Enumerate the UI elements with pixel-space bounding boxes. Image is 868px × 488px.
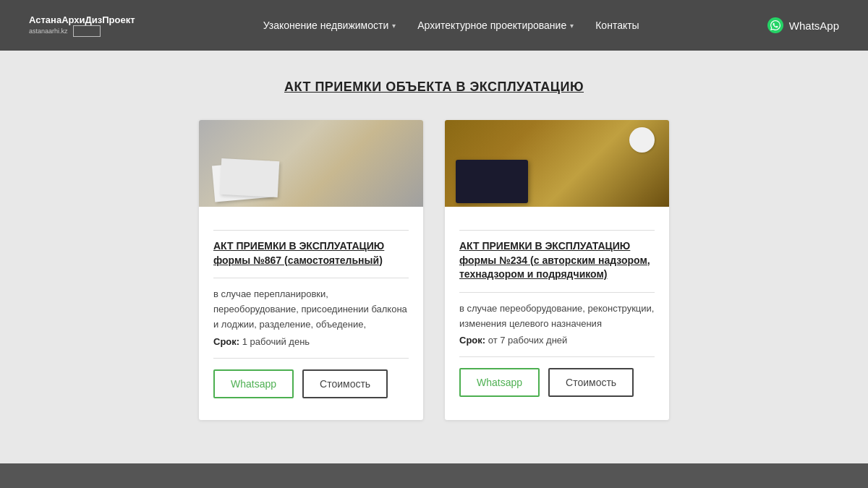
- card-divider-mid-2: [459, 292, 655, 293]
- card-actions-2: Whatsapp Стоимость: [445, 368, 669, 397]
- logo-frame-icon: [73, 25, 101, 37]
- chevron-down-icon: ▾: [570, 22, 574, 30]
- chevron-down-icon: ▾: [392, 22, 396, 30]
- cards-container: АКТ ПРИЕМКИ В ЭКСПЛУАТАЦИЮ формы №867 (с…: [43, 120, 825, 420]
- main-nav: Узаконение недвижимости ▾ Архитектурное …: [263, 20, 639, 31]
- card2-cost-button[interactable]: Стоимость: [548, 368, 634, 397]
- header: АстанаАрхиДизПроект astanaarhi.kz Узакон…: [0, 0, 868, 51]
- card-actions-1: Whatsapp Стоимость: [199, 369, 423, 398]
- card-divider-bottom-2: [459, 356, 655, 357]
- deadline-value-2: от 7 рабочих дней: [488, 335, 568, 346]
- logo[interactable]: АстанаАрхиДизПроект astanaarhi.kz: [29, 14, 135, 37]
- logo-text: АстанаАрхиДизПроект: [29, 14, 135, 25]
- whatsapp-icon: [767, 17, 783, 33]
- card-title-2[interactable]: АКТ ПРИЕМКИ В ЭКСПЛУАТАЦИЮ формы №234 (с…: [459, 239, 655, 282]
- card-body-2: АКТ ПРИЕМКИ В ЭКСПЛУАТАЦИЮ формы №234 (с…: [445, 207, 669, 357]
- deadline-value-1: 1 рабочий день: [242, 336, 310, 347]
- card1-whatsapp-button[interactable]: Whatsapp: [213, 369, 294, 398]
- nav-label-contacts: Контакты: [595, 20, 639, 31]
- card-description-1: в случае перепланировки, переоборудовани…: [213, 287, 409, 332]
- card-divider-top-2: [459, 230, 655, 231]
- card-867: АКТ ПРИЕМКИ В ЭКСПЛУАТАЦИЮ формы №867 (с…: [199, 120, 423, 420]
- card-image-1: [199, 120, 423, 207]
- card-deadline-2: Срок: от 7 рабочих дней: [459, 335, 655, 346]
- logo-sub: astanaarhi.kz: [29, 27, 68, 35]
- main-content: АКТ ПРИЕМКИ ОБЪЕКТА В ЭКСПЛУАТАЦИЮ АКТ П…: [0, 51, 868, 463]
- footer: написать в Whatsapp +7(700)6079922: [0, 463, 868, 488]
- nav-item-architecture[interactable]: Архитектурное проектирование ▾: [417, 20, 574, 31]
- nav-item-contacts[interactable]: Контакты: [595, 20, 639, 31]
- card-deadline-1: Срок: 1 рабочий день: [213, 336, 409, 347]
- card-divider-mid-1: [213, 278, 409, 278]
- deadline-label-1: Срок:: [213, 336, 239, 347]
- card-description-2: в случае переоборудование, реконструкции…: [459, 301, 655, 332]
- card-234: АКТ ПРИЕМКИ В ЭКСПЛУАТАЦИЮ формы №234 (с…: [445, 120, 669, 420]
- card-body-1: АКТ ПРИЕМКИ В ЭКСПЛУАТАЦИЮ формы №867 (с…: [199, 207, 423, 359]
- nav-label-architecture: Архитектурное проектирование: [417, 20, 566, 31]
- card-title-1[interactable]: АКТ ПРИЕМКИ В ЭКСПЛУАТАЦИЮ формы №867 (с…: [213, 239, 409, 267]
- card2-whatsapp-button[interactable]: Whatsapp: [459, 368, 540, 397]
- deadline-label-2: Срок:: [459, 335, 485, 346]
- card-divider-top-1: [213, 230, 409, 231]
- nav-label-legalization: Узаконение недвижимости: [263, 20, 389, 31]
- nav-item-legalization[interactable]: Узаконение недвижимости ▾: [263, 20, 396, 31]
- whatsapp-nav-link[interactable]: WhatsApp: [767, 17, 839, 33]
- card-image-2: [445, 120, 669, 207]
- card-divider-bottom-1: [213, 358, 409, 359]
- card1-cost-button[interactable]: Стоимость: [302, 369, 388, 398]
- whatsapp-nav-label: WhatsApp: [789, 20, 839, 32]
- page-title: АКТ ПРИЕМКИ ОБЪЕКТА В ЭКСПЛУАТАЦИЮ: [43, 80, 825, 95]
